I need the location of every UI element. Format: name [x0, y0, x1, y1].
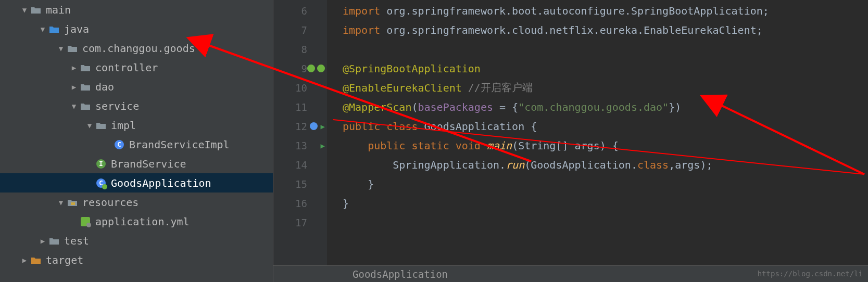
- tree-folder-package[interactable]: ▼ com.changgou.goods: [0, 39, 273, 58]
- tree-label: impl: [111, 119, 136, 132]
- tree-label: application.yml: [95, 215, 190, 228]
- folder-icon: [80, 101, 91, 111]
- run-icon[interactable]: ▶: [321, 122, 325, 131]
- arrow-down-icon: ▼: [57, 198, 65, 207]
- folder-icon: [67, 198, 78, 207]
- folder-icon: [48, 24, 60, 34]
- tree-label: main: [46, 4, 71, 16]
- arrow-right-icon: ▶: [70, 83, 78, 91]
- arrow-down-icon: ▼: [21, 6, 28, 14]
- project-tree[interactable]: ▼ main ▼ java ▼ com.changgou.goods ▶ con…: [0, 0, 273, 282]
- arrow-down-icon: ▼: [39, 25, 46, 33]
- folder-icon: [30, 5, 42, 15]
- line-number[interactable]: 9: [273, 59, 327, 78]
- tree-label: GoodsApplication: [111, 177, 211, 189]
- line-number[interactable]: 16: [273, 194, 327, 213]
- tree-folder-resources[interactable]: ▼ resources: [0, 193, 273, 212]
- tree-label: dao: [95, 81, 114, 93]
- tree-folder-dao[interactable]: ▶ dao: [0, 77, 273, 96]
- class-icon: C: [114, 140, 125, 149]
- interface-icon: I: [95, 159, 107, 169]
- code-editor[interactable]: 6 7 8 9 10 11 12▶ 13▶ 14 15 16 17 import…: [273, 0, 868, 282]
- tree-folder-controller[interactable]: ▶ controller: [0, 58, 273, 77]
- gutter[interactable]: 6 7 8 9 10 11 12▶ 13▶ 14 15 16 17: [273, 0, 327, 265]
- arrow-right-icon: ▶: [39, 237, 46, 245]
- arrow-right-icon: ▶: [21, 256, 28, 264]
- breadcrumb-item[interactable]: GoodsApplication: [353, 268, 448, 280]
- tree-folder-java[interactable]: ▼ java: [0, 19, 273, 39]
- arrow-right-icon: ▶: [70, 63, 78, 72]
- tree-label: com.changgou.goods: [82, 42, 195, 55]
- line-number[interactable]: 17: [273, 213, 327, 232]
- line-number[interactable]: 11: [273, 97, 327, 117]
- code-content[interactable]: import org.springframework.boot.autoconf…: [327, 0, 868, 265]
- watermark: https://blog.csdn.net/li: [758, 270, 863, 278]
- yml-icon: [80, 217, 91, 226]
- line-number[interactable]: 15: [273, 174, 327, 194]
- line-number[interactable]: 14: [273, 155, 327, 174]
- line-number[interactable]: 6: [273, 1, 327, 20]
- spring-class-icon: C: [95, 178, 107, 188]
- line-number[interactable]: 12▶: [273, 117, 327, 136]
- tree-label: target: [46, 254, 83, 266]
- tree-file-brandserviceimpl[interactable]: C BrandServiceImpl: [0, 135, 273, 154]
- spring-icon[interactable]: [317, 65, 325, 72]
- line-number[interactable]: 10: [273, 78, 327, 97]
- tree-folder-impl[interactable]: ▼ impl: [0, 116, 273, 135]
- tree-file-goodsapplication[interactable]: C GoodsApplication: [0, 173, 273, 193]
- line-number[interactable]: 8: [273, 40, 327, 59]
- tree-folder-target[interactable]: ▶ target: [0, 250, 273, 270]
- tree-label: service: [95, 100, 139, 112]
- tree-label: BrandService: [111, 158, 186, 170]
- line-number[interactable]: 7: [273, 20, 327, 40]
- folder-icon: [80, 82, 91, 92]
- tree-label: test: [64, 235, 89, 247]
- tree-folder-main[interactable]: ▼ main: [0, 0, 273, 19]
- folder-icon: [67, 44, 78, 53]
- svg-rect-0: [71, 202, 75, 205]
- run-icon[interactable]: ▶: [321, 142, 325, 150]
- tree-folder-test[interactable]: ▶ test: [0, 231, 273, 250]
- tree-file-applicationyml[interactable]: application.yml: [0, 212, 273, 231]
- spring-icon[interactable]: [310, 122, 318, 130]
- folder-icon: [95, 121, 107, 130]
- arrow-down-icon: ▼: [70, 102, 78, 110]
- tree-label: controller: [95, 61, 158, 74]
- tree-folder-service[interactable]: ▼ service: [0, 96, 273, 116]
- folder-icon: [30, 255, 42, 265]
- arrow-down-icon: ▼: [86, 121, 93, 130]
- arrow-down-icon: ▼: [57, 44, 65, 53]
- folder-icon: [48, 236, 60, 246]
- tree-file-brandservice[interactable]: I BrandService: [0, 154, 273, 173]
- tree-label: BrandServiceImpl: [129, 138, 230, 151]
- spring-icon[interactable]: [307, 65, 315, 72]
- tree-label: resources: [82, 196, 139, 209]
- line-number[interactable]: 13▶: [273, 136, 327, 155]
- tree-label: java: [64, 23, 89, 35]
- folder-icon: [80, 63, 91, 72]
